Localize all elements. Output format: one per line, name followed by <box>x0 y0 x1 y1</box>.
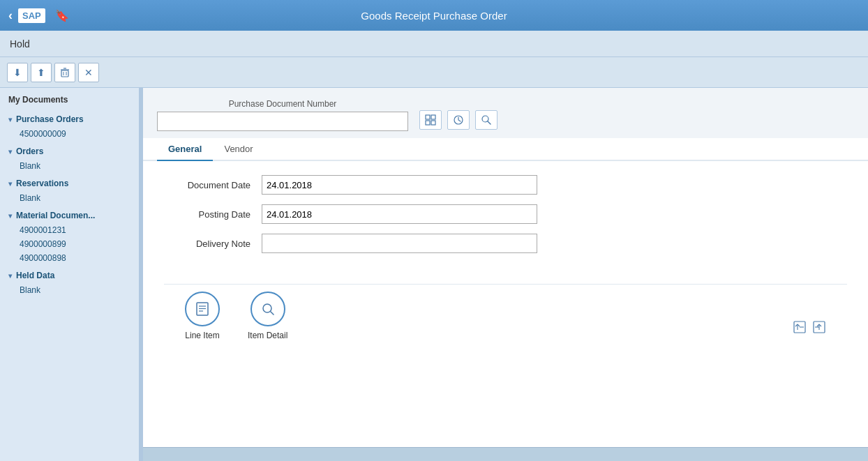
back-button[interactable]: ‹ <box>8 8 13 23</box>
sidebar-item-mat-4900001231[interactable]: 4900001231 <box>0 223 139 237</box>
sidebar-section-orders[interactable]: ▾ Orders <box>0 141 139 159</box>
item-detail-label: Item Detail <box>248 331 287 340</box>
export-icon-1[interactable] <box>793 320 807 338</box>
bottom-right-icons <box>793 320 826 340</box>
hold-bar: Hold <box>0 31 868 57</box>
sidebar-item-held-blank[interactable]: Blank <box>0 283 139 297</box>
svg-rect-5 <box>426 115 430 119</box>
form-row-delivery-note: Delivery Note <box>164 234 847 253</box>
tabs-bar: General Vendor <box>143 138 868 161</box>
tab-vendor[interactable]: Vendor <box>213 138 264 161</box>
item-detail-group: Item Detail <box>248 292 287 340</box>
line-item-group: Line Item <box>185 292 220 340</box>
export-icon-2[interactable] <box>812 320 826 338</box>
sidebar: My Documents ▾ Purchase Orders 450000000… <box>0 88 140 461</box>
chevron-down-icon: ▾ <box>8 212 12 220</box>
sidebar-section-label: Material Documen... <box>16 211 95 220</box>
svg-rect-0 <box>61 70 68 77</box>
svg-point-16 <box>263 304 271 312</box>
document-date-label: Document Date <box>164 180 262 190</box>
close-button[interactable]: ✕ <box>78 63 99 82</box>
doc-number-section: Purchase Document Number <box>143 88 868 138</box>
posting-date-input[interactable] <box>262 204 537 224</box>
sidebar-section-label: Purchase Orders <box>16 114 84 124</box>
sidebar-section-label: Orders <box>16 146 43 156</box>
my-documents-label: My Documents <box>0 88 139 109</box>
form-row-document-date: Document Date <box>164 175 847 195</box>
page-title: Goods Receipt Purchase Order <box>361 10 507 22</box>
chevron-down-icon: ▾ <box>8 180 12 188</box>
svg-rect-8 <box>431 121 435 125</box>
document-date-input[interactable] <box>262 175 537 195</box>
search-doc-button[interactable] <box>475 110 497 130</box>
sidebar-section-label: Held Data <box>16 271 54 280</box>
sidebar-item-po-4500000009[interactable]: 4500000009 <box>0 127 139 141</box>
doc-number-icons <box>419 110 497 130</box>
purchase-document-number-input[interactable] <box>157 112 408 131</box>
sidebar-section-held-data[interactable]: ▾ Held Data <box>0 265 139 283</box>
sap-logo: SAP <box>18 8 45 23</box>
svg-line-17 <box>271 312 274 315</box>
sidebar-item-mat-4900000899[interactable]: 4900000899 <box>0 237 139 251</box>
content-area: General Vendor Document Date Posting Dat… <box>143 138 868 447</box>
form-area: Document Date Posting Date Delivery Note <box>143 161 868 447</box>
sidebar-item-mat-4900000898[interactable]: 4900000898 <box>0 251 139 265</box>
tab-general[interactable]: General <box>157 138 213 161</box>
hold-label: Hold <box>10 38 30 50</box>
chevron-down-icon: ▾ <box>8 148 12 156</box>
sidebar-item-orders-blank[interactable]: Blank <box>0 159 139 173</box>
top-header-bar: ‹ SAP 🔖 Goods Receipt Purchase Order <box>0 0 868 31</box>
sidebar-item-reservations-blank[interactable]: Blank <box>0 191 139 205</box>
toolbar: ⬇ ⬆ ✕ <box>0 57 868 88</box>
delivery-note-label: Delivery Note <box>164 239 262 249</box>
svg-rect-7 <box>426 121 430 125</box>
line-item-label: Line Item <box>185 331 219 340</box>
delivery-note-input[interactable] <box>262 234 537 253</box>
bookmark-icon[interactable]: 🔖 <box>55 9 69 22</box>
svg-line-11 <box>488 121 491 124</box>
chevron-down-icon: ▾ <box>8 116 12 123</box>
sidebar-section-material-docs[interactable]: ▾ Material Documen... <box>0 205 139 223</box>
doc-number-label: Purchase Document Number <box>157 99 408 109</box>
delete-button[interactable] <box>54 63 75 82</box>
form-row-posting-date: Posting Date <box>164 204 847 224</box>
doc-number-group: Purchase Document Number <box>157 99 408 131</box>
history-button[interactable] <box>447 110 470 130</box>
list-view-button[interactable] <box>419 110 442 130</box>
item-detail-button[interactable] <box>250 292 285 326</box>
posting-date-label: Posting Date <box>164 209 262 220</box>
chevron-down-icon: ▾ <box>8 272 12 280</box>
bottom-actions: Line Item Item Detail <box>164 284 847 352</box>
sidebar-section-purchase-orders[interactable]: ▾ Purchase Orders <box>0 109 139 127</box>
bottom-scroll-bar[interactable] <box>143 447 868 461</box>
main-layout: My Documents ▾ Purchase Orders 450000000… <box>0 88 868 461</box>
content-panel: Purchase Document Number <box>143 88 868 461</box>
sidebar-section-label: Reservations <box>16 179 68 188</box>
sidebar-section-reservations[interactable]: ▾ Reservations <box>0 173 139 191</box>
line-item-button[interactable] <box>185 292 220 326</box>
expand-all-button[interactable]: ⬆ <box>31 63 52 82</box>
svg-rect-6 <box>431 115 435 119</box>
collapse-all-button[interactable]: ⬇ <box>7 63 28 82</box>
